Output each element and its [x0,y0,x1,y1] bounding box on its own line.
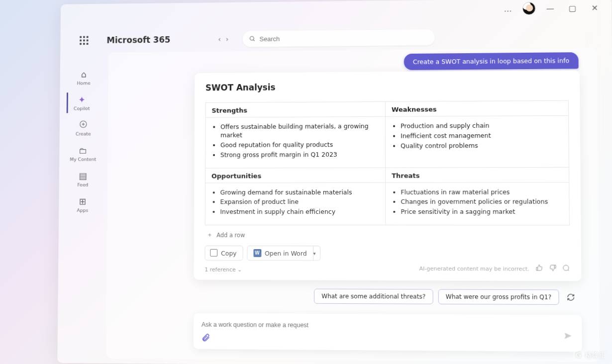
references-label: 1 reference [204,267,235,273]
sidebar-item-home[interactable]: ⌂ Home [69,67,99,88]
card-actions: Copy Open in Word ▾ [204,246,570,262]
open-in-word-button[interactable]: Open in Word [247,246,313,261]
chevron-down-icon: ⌄ [237,267,242,273]
attach-button[interactable] [202,333,210,344]
swot-item: Changes in government policies or regula… [401,198,564,206]
comment-icon[interactable] [562,264,570,274]
paperclip-icon [202,333,210,342]
svg-line-1 [253,40,255,41]
send-icon [563,331,573,341]
create-icon [69,120,98,131]
apps-icon: ⊞ [68,196,98,207]
window-controls: … — ▢ ✕ [500,1,602,15]
folder-icon: 🗀 [69,145,98,156]
swot-item: Production and supply chain [401,121,563,130]
copilot-icon: ✦ [68,94,96,105]
swot-item: Offers sustainable building materials, a… [220,122,380,140]
watermark: G格隆汇 [574,351,606,360]
sidebar-label: Feed [68,182,97,187]
search-box[interactable] [242,29,435,47]
nav-arrows: ‹ › [218,35,228,43]
feed-icon: ▤ [68,171,98,182]
composer-input[interactable] [202,321,536,330]
swot-item: Good reputation for quality products [220,141,380,150]
send-button[interactable] [563,331,573,343]
ai-disclaimer: AI-generated content may be incorrect. [419,265,529,272]
swot-cell-strengths[interactable]: Strengths Offers sustainable building ma… [205,101,386,168]
thumbs-up-icon[interactable] [535,264,544,273]
swot-heading: Weaknesses [386,101,568,117]
open-word-label: Open in Word [265,250,307,257]
sidebar-label: Apps [68,207,98,213]
word-icon [253,249,261,257]
sidebar-item-mycontent[interactable]: 🗀 My Content [69,143,98,164]
swot-title: SWOT Analysis [205,83,276,93]
app-title: Microsoft 365 [106,35,170,45]
swot-item: Growing demand for sustainable materials [220,188,381,196]
sidebar-item-create[interactable]: Create [69,118,98,139]
suggestion-chip[interactable]: What are some additional threats? [314,289,433,304]
copy-label: Copy [221,249,236,257]
swot-item: Price sensitivity in a sagging market [401,208,564,216]
card-footer: AI-generated content may be incorrect. [419,264,570,274]
swot-heading: Strengths [206,102,385,118]
minimize-button[interactable]: — [542,2,558,14]
home-icon: ⌂ [69,69,98,80]
composer[interactable] [194,313,582,352]
suggestion-chip[interactable]: What were our gross profits in Q1? [438,289,559,305]
more-button[interactable]: … [500,2,515,14]
swot-table: Strengths Offers sustainable building ma… [205,100,570,226]
user-prompt-bubble: Create a SWOT analysis in loop based on … [404,52,579,70]
swot-item: Fluctuations in raw material prices [401,188,564,196]
response-card: SWOT Analysis Strengths Offers sustainab… [194,70,581,281]
nav-back-button[interactable]: ‹ [218,35,221,43]
copy-button[interactable]: Copy [204,246,243,261]
swot-item: Investment in supply chain efficiency [220,208,380,216]
sidebar-label: Create [69,131,98,136]
swot-item: Expansion of product line [220,198,380,206]
suggestion-row: What are some additional threats? What w… [314,289,577,305]
sidebar-item-apps[interactable]: ⊞ Apps [68,194,98,215]
sidebar-label: My Content [69,157,98,162]
swot-cell-opportunities[interactable]: Opportunities Growing demand for sustain… [205,168,386,225]
close-window-button[interactable]: ✕ [587,1,603,13]
swot-item: Strong gross profit margin in Q1 2023 [220,150,380,159]
search-icon [249,35,256,42]
add-row-button[interactable]: ＋ Add a row [207,231,570,239]
app-window: … — ▢ ✕ Microsoft 365 ‹ › ⌂ Home ✦ Copil… [57,0,612,364]
chevron-down-icon: ▾ [313,251,316,256]
open-in-word-menu-button[interactable]: ▾ [309,246,320,261]
refresh-suggestions-button[interactable] [564,290,578,304]
add-row-label: Add a row [216,232,245,239]
swot-item: Inefficient cost management [401,131,563,140]
main-canvas: Create a SWOT analysis in loop based on … [106,48,600,362]
copy-icon [211,250,217,256]
swot-item: Quality control problems [401,141,563,150]
swot-cell-threats[interactable]: Threats Fluctuations in raw material pri… [386,167,570,225]
swot-cell-weaknesses[interactable]: Weaknesses Production and supply chain I… [385,100,569,168]
swot-heading: Opportunities [205,168,385,183]
maximize-button[interactable]: ▢ [565,2,580,14]
swot-heading: Threats [386,167,569,182]
search-input[interactable] [260,33,428,42]
sidebar-item-feed[interactable]: ▤ Feed [68,169,98,189]
nav-forward-button[interactable]: › [226,35,229,43]
app-launcher-icon[interactable] [80,36,89,45]
svg-point-0 [250,36,254,40]
avatar[interactable] [522,2,536,15]
sidebar-label: Copilot [68,105,96,111]
plus-icon: ＋ [207,231,213,239]
sidebar: ⌂ Home ✦ Copilot Create 🗀 My Content ▤ F… [68,67,99,215]
sidebar-item-copilot[interactable]: ✦ Copilot [67,92,96,113]
thumbs-down-icon[interactable] [549,264,557,274]
refresh-icon [567,293,575,301]
sidebar-label: Home [69,80,98,86]
